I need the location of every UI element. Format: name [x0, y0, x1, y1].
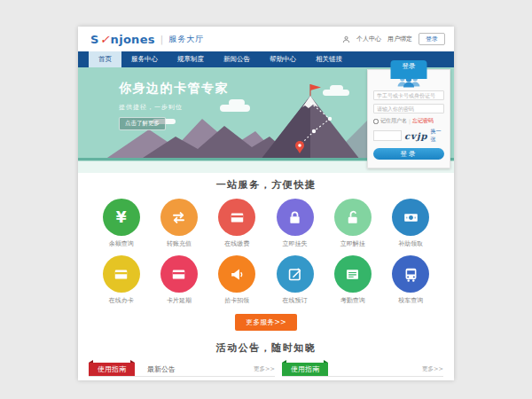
service-circle: [392, 199, 429, 236]
service-label: 拾卡招领: [208, 296, 266, 305]
service-item[interactable]: 卡片延期: [150, 255, 207, 305]
edit-icon: [286, 266, 303, 283]
logo-text-left: S: [90, 33, 99, 46]
announcement-tabs: 使用指南 最新公告 更多>> 使用指南 更多>>: [78, 363, 454, 377]
header: S ✓ njones | 服务大厅 个人中心 用户绑定 登录: [78, 27, 454, 51]
attendance-icon: [344, 266, 361, 283]
service-item[interactable]: 立即解挂: [324, 199, 381, 248]
services-title: 一站服务，方便快捷: [78, 178, 454, 192]
service-circle: [277, 255, 314, 293]
site-name: 服务大厅: [168, 34, 204, 45]
yen-icon: ¥: [116, 209, 127, 226]
nav-item[interactable]: 新闻公告: [214, 51, 260, 67]
more-link-right[interactable]: 更多>>: [422, 363, 443, 376]
transfer-icon: [170, 209, 187, 226]
announcements-section: 活动公告，随时知晓 使用指南 最新公告 更多>> 使用指南 更多>>: [78, 341, 454, 377]
nav-item-label: 服务中心: [131, 55, 158, 63]
megaphone-icon: [229, 266, 246, 283]
remember-label: 记住用户名: [380, 117, 407, 125]
more-services-button[interactable]: 更多服务>>: [235, 314, 296, 331]
password-input[interactable]: [373, 104, 444, 113]
nav-item-label: 帮助中心: [270, 55, 296, 63]
service-item[interactable]: 在线缴费: [208, 199, 266, 248]
service-label: 卡片延期: [150, 296, 207, 305]
service-label: 在线预订: [266, 296, 324, 305]
tab-latest-announcements[interactable]: 最新公告: [147, 363, 176, 376]
tab-user-guide-right[interactable]: 使用指南: [282, 363, 328, 376]
unlock-icon: [344, 209, 361, 226]
service-item[interactable]: 补助领取: [381, 199, 439, 248]
service-circle: [160, 199, 198, 236]
hero-banner: 你身边的卡管专家 提供捷径，一步到位 点击了解更多 登录: [78, 67, 454, 173]
forgot-password-link[interactable]: 忘记密码: [412, 117, 434, 125]
banner-subtitle: 提供捷径，一步到位: [119, 103, 229, 112]
more-link-left[interactable]: 更多>>: [254, 363, 275, 376]
logo[interactable]: S ✓ njones | 服务大厅: [90, 33, 204, 46]
service-circle: [218, 199, 255, 236]
announcement-column-right: 使用指南 更多>>: [282, 363, 443, 377]
captcha-refresh-link[interactable]: 换一张: [431, 128, 444, 144]
service-circle: [334, 255, 372, 293]
service-item[interactable]: 校车查询: [381, 255, 439, 305]
logo-divider: |: [160, 35, 163, 44]
login-panel: 登录 记住用户名 | 忘记密码: [367, 69, 450, 168]
banner-cta-button[interactable]: 点击了解更多: [119, 117, 166, 130]
user-binding-link[interactable]: 用户绑定: [387, 35, 412, 43]
banner-headline: 你身边的卡管专家: [119, 81, 229, 97]
service-item[interactable]: 转账充值: [150, 199, 207, 248]
personal-center-link[interactable]: 个人中心: [356, 35, 381, 43]
service-circle: [160, 255, 198, 293]
nav-item[interactable]: 帮助中心: [260, 51, 306, 67]
remember-checkbox[interactable]: [373, 119, 379, 124]
announcements-title: 活动公告，随时知晓: [78, 341, 454, 355]
service-label: 转账充值: [150, 239, 207, 248]
service-label: 考勤查询: [324, 296, 381, 305]
nav-item[interactable]: 首页: [89, 51, 121, 67]
card-icon: [170, 266, 187, 283]
service-label: 在线办卡: [92, 296, 150, 305]
service-item[interactable]: 立即挂失: [266, 199, 324, 248]
browser-viewport: S ✓ njones | 服务大厅 个人中心 用户绑定 登录 首页 服务中心: [0, 0, 532, 399]
tab-user-guide-left[interactable]: 使用指南: [89, 363, 135, 376]
logo-check-icon: ✓: [100, 33, 110, 46]
person-icon: [342, 35, 350, 43]
login-tab[interactable]: 登录: [391, 60, 427, 79]
service-circle: [277, 199, 314, 236]
service-item[interactable]: 在线办卡: [92, 255, 150, 305]
card-icon: [113, 266, 129, 283]
service-label: 立即挂失: [266, 239, 324, 248]
services-grid: ¥ 余额查询 转账充值 在线缴费 立即挂失 立即解挂 补助领取 在线办卡: [78, 192, 454, 305]
service-item[interactable]: 在线预订: [266, 255, 324, 305]
service-circle: [103, 255, 140, 293]
logo-text-right: njones: [111, 33, 155, 46]
username-input[interactable]: [373, 90, 444, 100]
service-label: 校车查询: [381, 296, 439, 305]
nav-item-label: 首页: [98, 55, 112, 63]
login-submit-button[interactable]: 登录: [373, 148, 444, 160]
service-circle: ¥: [103, 199, 140, 236]
card-icon: [229, 209, 246, 226]
service-item[interactable]: 考勤查询: [324, 255, 381, 305]
service-item[interactable]: 拾卡招领: [208, 255, 266, 305]
nav-item[interactable]: 相关链接: [306, 51, 352, 67]
service-label: 补助领取: [381, 239, 439, 248]
nav-item-label: 相关链接: [316, 55, 342, 63]
service-item[interactable]: ¥ 余额查询: [92, 199, 150, 248]
service-label: 在线缴费: [208, 239, 266, 248]
service-circle: [218, 255, 255, 293]
service-label: 立即解挂: [324, 239, 381, 248]
banknote-icon: [403, 209, 419, 226]
captcha-image[interactable]: cvjp: [404, 131, 428, 141]
nav-item-label: 规章制度: [177, 55, 204, 63]
captcha-input[interactable]: [373, 130, 402, 141]
service-circle: [334, 199, 372, 236]
options-divider: |: [409, 118, 411, 124]
header-login-button[interactable]: 登录: [419, 33, 445, 45]
announcement-column-left: 使用指南 最新公告 更多>>: [89, 363, 275, 377]
nav-item[interactable]: 规章制度: [168, 51, 214, 67]
nav-item[interactable]: 服务中心: [121, 51, 168, 67]
service-circle: [392, 255, 429, 293]
lock-icon: [286, 209, 303, 226]
captcha-row: cvjp 换一张: [373, 128, 444, 144]
portal-page: S ✓ njones | 服务大厅 个人中心 用户绑定 登录 首页 服务中心: [78, 27, 454, 380]
